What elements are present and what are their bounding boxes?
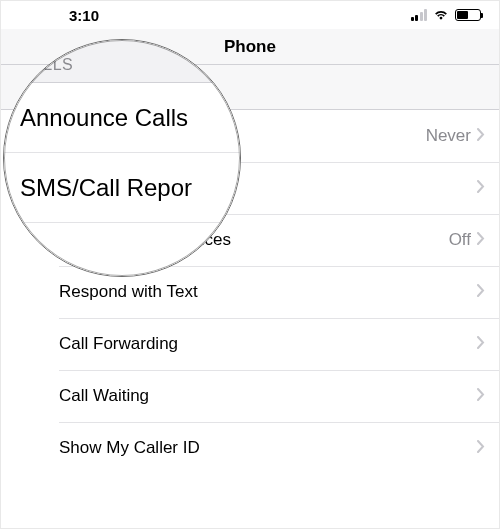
- wifi-icon: [433, 9, 449, 21]
- row-detail: Off: [449, 230, 471, 250]
- chevron-right-icon: [477, 283, 485, 301]
- row-show-my-caller-id[interactable]: Show My Caller ID: [1, 422, 499, 474]
- row-respond-with-text[interactable]: Respond with Text: [1, 266, 499, 318]
- status-time: 3:10: [69, 7, 99, 24]
- row-label: Call Waiting: [59, 386, 477, 406]
- row-label: Respond with Text: [59, 282, 477, 302]
- status-right: [411, 9, 482, 21]
- magnifier-lens: CALLS Announce Calls SMS/Call Repor: [3, 39, 241, 277]
- row-call-waiting[interactable]: Call Waiting: [1, 370, 499, 422]
- chevron-right-icon: [477, 335, 485, 353]
- row-detail: Never: [426, 126, 471, 146]
- chevron-right-icon: [477, 387, 485, 405]
- row-label: Call Forwarding: [59, 334, 477, 354]
- chevron-right-icon: [477, 127, 485, 145]
- chevron-right-icon: [477, 231, 485, 249]
- signal-icon: [411, 9, 428, 21]
- row-label: Announce Calls: [20, 104, 241, 132]
- nav-title: Phone: [224, 37, 276, 57]
- row-call-forwarding[interactable]: Call Forwarding: [1, 318, 499, 370]
- chevron-right-icon: [477, 179, 485, 197]
- chevron-right-icon: [477, 439, 485, 457]
- row-label: SMS/Call Repor: [20, 174, 241, 202]
- battery-icon: [455, 9, 481, 21]
- row-label: Show My Caller ID: [59, 438, 477, 458]
- status-bar: 3:10: [1, 1, 499, 29]
- mag-row-sms-call-reporting[interactable]: SMS/Call Repor: [4, 153, 241, 223]
- mag-row-announce-calls[interactable]: Announce Calls: [4, 83, 241, 153]
